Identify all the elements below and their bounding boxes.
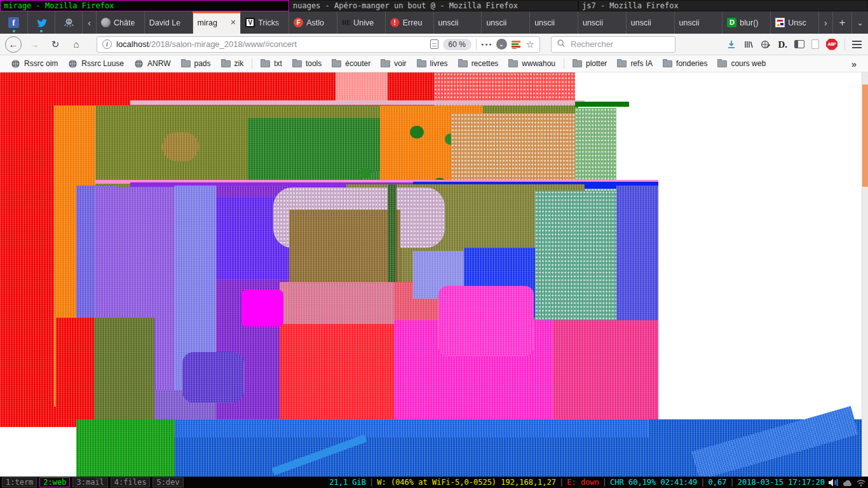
bookmark-wwwahou[interactable]: wwwahou <box>504 58 560 69</box>
bookmarks-overflow-icon[interactable]: » <box>851 58 862 69</box>
bookmark-label: recettes <box>471 59 499 68</box>
folder-icon <box>292 60 302 67</box>
bookmark-recettes[interactable]: recettes <box>454 58 503 69</box>
download-icon[interactable] <box>726 39 736 50</box>
bookmark-pads[interactable]: pads <box>177 58 215 69</box>
tab-unscii[interactable]: unscii <box>578 11 626 34</box>
bookmark-cours-web[interactable]: cours web <box>713 58 770 69</box>
folder-icon <box>181 60 191 67</box>
folder-icon <box>221 60 231 67</box>
pocket-icon[interactable]: ⌄ <box>496 39 507 50</box>
tab-david-le[interactable]: David Le <box>144 11 193 34</box>
url-bar[interactable]: i localhost/2018/salon-mirage_2018/www/#… <box>97 36 540 53</box>
tab-unsc[interactable]: Unsc <box>770 11 818 34</box>
re-letters-icon: RE <box>342 18 350 27</box>
tab-mirag[interactable]: mirag✕ <box>193 11 241 34</box>
tab-unscii[interactable]: unscii <box>626 11 674 34</box>
reader-mode-icon[interactable] <box>430 39 438 49</box>
globe-icon <box>134 59 144 69</box>
bookmark-rssrc-oim[interactable]: Rssrc oim <box>6 58 62 70</box>
bookmark-tools[interactable]: tools <box>288 58 326 69</box>
workspace-1-term[interactable]: 1:term <box>2 477 37 487</box>
bookmark-rssrc-luuse[interactable]: Rssrc Luuse <box>64 58 128 70</box>
bookmark-label: plotter <box>586 59 607 68</box>
divider <box>476 39 477 50</box>
bookmark-txt[interactable]: txt <box>256 58 287 69</box>
wm-titlebar: mirage - Mozilla Firefoxnuages - Apéro-m… <box>0 0 868 11</box>
bookmark-star-icon[interactable]: ☆ <box>526 39 534 50</box>
library-icon[interactable] <box>743 39 754 50</box>
folder-icon <box>458 60 468 67</box>
d-extension-icon[interactable]: D. <box>778 39 787 50</box>
wm-window-title[interactable]: nuages - Apéro-manger un bout @ - Mozill… <box>289 0 578 11</box>
new-tab-button[interactable]: + <box>832 11 851 34</box>
bookmark-livres[interactable]: livres <box>412 58 452 69</box>
pinned-tab-octopus[interactable] <box>55 11 82 34</box>
tab-astlo[interactable]: FAstlo <box>288 11 337 34</box>
list-all-tabs-icon[interactable]: ⌄ <box>851 11 868 34</box>
scrollbar-thumb[interactable] <box>862 85 868 187</box>
folder-icon <box>617 60 627 67</box>
bookmark-écouter[interactable]: écouter <box>327 58 375 69</box>
tab-unscii[interactable]: unscii <box>529 11 578 34</box>
bookmark-plotter[interactable]: plotter <box>568 58 611 69</box>
search-input[interactable] <box>569 39 670 50</box>
wm-window-title[interactable]: mirage - Mozilla Firefox <box>0 0 289 11</box>
scrollbar[interactable] <box>862 72 868 477</box>
bookmark-voir[interactable]: voir <box>376 58 410 69</box>
tab-ch-te[interactable]: Châte <box>96 11 144 34</box>
v-box-icon: V <box>245 18 255 27</box>
navigation-toolbar: ← → ↻ ⌂ i localhost/2018/salon-mirage_20… <box>0 34 868 55</box>
adblock-plus-icon[interactable]: ABP <box>826 39 837 50</box>
workspace-4-files[interactable]: 4:files <box>111 477 151 487</box>
workspace-3-mail[interactable]: 3:mail <box>72 477 107 487</box>
tab-unscii[interactable]: unscii <box>433 11 482 34</box>
pinned-tab-twitter[interactable] <box>27 11 55 34</box>
globe-edit-icon[interactable] <box>761 39 771 50</box>
workspace-5-dev[interactable]: 5:dev <box>153 477 183 487</box>
toolbar-icons: D. ABP <box>726 39 863 50</box>
forward-button[interactable]: → <box>26 36 43 53</box>
bookmark-fonderies[interactable]: fonderies <box>658 58 712 69</box>
search-bar[interactable] <box>551 36 675 53</box>
art-block <box>289 210 400 289</box>
tab-erreu[interactable]: !Erreu <box>385 11 433 34</box>
bookmarks-separator <box>564 58 564 69</box>
scroll-tabs-right-icon[interactable]: › <box>818 11 832 34</box>
zoom-level-badge[interactable]: 60 % <box>443 39 471 50</box>
tab-unscii[interactable]: unscii <box>481 11 529 34</box>
reload-icon: ↻ <box>51 39 60 50</box>
url-input[interactable]: localhost/2018/salon-mirage_2018/www/#co… <box>116 39 426 49</box>
page-actions-icon[interactable]: ● ● ● <box>481 42 492 46</box>
tab-unive[interactable]: REUnive <box>337 11 385 34</box>
pinned-tab-facebook[interactable]: f <box>0 11 27 34</box>
scroll-tabs-left-icon[interactable]: ‹ <box>82 11 96 34</box>
tab-unscii[interactable]: unscii <box>674 11 722 34</box>
home-button[interactable]: ⌂ <box>68 36 85 53</box>
page-content[interactable] <box>0 72 868 477</box>
art-block <box>162 132 199 161</box>
sidebar-icon[interactable] <box>794 40 804 48</box>
extension-stripes-icon[interactable] <box>512 40 522 49</box>
site-info-icon[interactable]: i <box>102 39 112 49</box>
art-block <box>94 318 154 419</box>
tab-title: unscii <box>486 18 525 27</box>
art-block <box>241 290 283 327</box>
hamburger-menu-icon[interactable] <box>852 41 862 48</box>
tab-title: Astlo <box>306 18 332 27</box>
wm-window-title[interactable]: js7 - Mozilla Firefox <box>578 0 868 11</box>
tab-tricks[interactable]: VTricks <box>240 11 288 34</box>
back-button[interactable]: ← <box>5 36 22 53</box>
page-tool-icon[interactable] <box>811 39 819 49</box>
bookmark-refs-ia[interactable]: refs IA <box>613 58 657 69</box>
bookmark-label: cours web <box>731 59 766 68</box>
reload-button[interactable]: ↻ <box>47 36 64 53</box>
workspace-2-web[interactable]: 2:web <box>39 477 70 487</box>
status-segment: W: (046% at WiFi-5,0-0525) 192,168,1,27 <box>377 478 556 487</box>
bookmark-zik[interactable]: zik <box>217 58 248 69</box>
globe-icon <box>68 59 78 69</box>
tab-blur-[interactable]: Dblur() <box>722 11 770 34</box>
bookmark-anrw[interactable]: ANRW <box>130 58 175 70</box>
close-tab-icon[interactable]: ✕ <box>230 18 236 27</box>
art-block <box>553 320 658 419</box>
